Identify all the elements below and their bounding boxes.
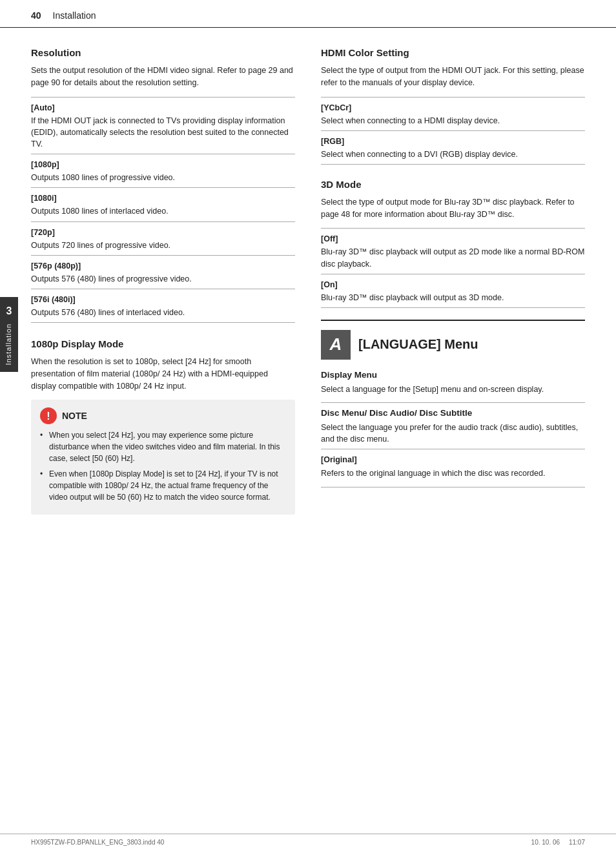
option-3d-off: [Off] Blu-ray 3D™ disc playback will out… [321, 228, 585, 273]
option-576i-label: [576i (480i)] [31, 294, 295, 305]
option-3d-off-label: [Off] [321, 233, 585, 245]
option-original-desc: Refers to the original language in which… [321, 467, 585, 479]
display-mode-desc: When the resolution is set to 1080p, sel… [31, 356, 295, 392]
option-ycbcr: [YCbCr] Select when connecting to a HDMI… [321, 97, 585, 130]
option-1080p-label: [1080p] [31, 159, 295, 170]
option-rgb: [RGB] Select when connecting to a DVI (R… [321, 130, 585, 165]
note-item-2: Even when [1080p Display Mode] is set to… [40, 468, 285, 503]
display-mode-heading: 1080p Display Mode [31, 337, 295, 351]
resolution-heading: Resolution [31, 46, 295, 60]
side-tab-label: Installation [4, 323, 14, 365]
option-1080i: [1080i] Outputs 1080 lines of interlaced… [31, 187, 295, 221]
bottom-right-text: 10. 10. 06 11:07 [531, 838, 585, 848]
option-auto-label: [Auto] [31, 102, 295, 114]
hdmi-color-heading: HDMI Color Setting [321, 46, 585, 60]
note-box: ! NOTE When you select [24 Hz], you may … [31, 400, 295, 515]
disc-menu-subsection: Disc Menu/ Disc Audio/ Disc Subtitle Sel… [321, 407, 585, 487]
page-number: 40 [31, 9, 41, 22]
option-ycbcr-desc: Select when connecting to a HDMI display… [321, 115, 585, 127]
mode-3d-section: 3D Mode Select the type of output mode f… [321, 178, 585, 308]
side-tab-number: 3 [6, 303, 12, 318]
option-576p-desc: Outputs 576 (480) lines of progressive v… [31, 273, 295, 285]
option-original-label: [Original] [321, 454, 585, 466]
option-1080p: [1080p] Outputs 1080 lines of progressiv… [31, 154, 295, 187]
option-720p: [720p] Outputs 720 lines of progressive … [31, 221, 295, 255]
disc-menu-heading: Disc Menu/ Disc Audio/ Disc Subtitle [321, 407, 585, 420]
mode-3d-desc: Select the type of output mode for Blu-r… [321, 196, 585, 221]
option-auto: [Auto] If the HDMI OUT jack is connected… [31, 97, 295, 154]
display-menu-desc: Select a language for the [Setup] menu a… [321, 384, 585, 395]
main-content: Resolution Sets the output resolution of… [0, 28, 616, 833]
language-menu-title: [LANGUAGE] Menu [358, 335, 478, 354]
page-section: Installation [53, 9, 96, 22]
resolution-section: Resolution Sets the output resolution of… [31, 46, 295, 323]
option-auto-desc: If the HDMI OUT jack is connected to TVs… [31, 115, 295, 150]
option-1080i-desc: Outputs 1080 lines of interlaced video. [31, 205, 295, 217]
bottom-date: 10. 10. 06 [531, 839, 560, 846]
option-576i: [576i (480i)] Outputs 576 (480) lines of… [31, 289, 295, 323]
note-icon: ! [40, 407, 57, 424]
disc-menu-desc: Select the language you prefer for the a… [321, 422, 585, 445]
option-720p-label: [720p] [31, 227, 295, 238]
option-1080p-desc: Outputs 1080 lines of progressive video. [31, 172, 295, 183]
option-576p: [576p (480p)] Outputs 576 (480) lines of… [31, 255, 295, 289]
option-3d-on-label: [On] [321, 279, 585, 291]
option-3d-on-desc: Blu-ray 3D™ disc playback will output as… [321, 292, 585, 303]
option-576i-desc: Outputs 576 (480) lines of interlaced vi… [31, 307, 295, 318]
option-3d-on: [On] Blu-ray 3D™ disc playback will outp… [321, 274, 585, 308]
option-3d-off-desc: Blu-ray 3D™ disc playback will output as… [321, 246, 585, 269]
hdmi-color-desc: Select the type of output from the HDMI … [321, 65, 585, 89]
side-tab: 3 Installation [0, 297, 18, 372]
note-item-1: When you select [24 Hz], you may experie… [40, 429, 285, 464]
display-menu-subsection: Display Menu Select a language for the [… [321, 369, 585, 396]
option-720p-desc: Outputs 720 lines of progressive video. [31, 240, 295, 251]
bottom-time: 11:07 [569, 839, 585, 846]
right-column: HDMI Color Setting Select the type of ou… [314, 46, 585, 833]
divider [321, 402, 585, 403]
note-list: When you select [24 Hz], you may experie… [40, 429, 285, 503]
option-576p-label: [576p (480p)] [31, 260, 295, 272]
option-ycbcr-label: [YCbCr] [321, 102, 585, 114]
display-mode-section: 1080p Display Mode When the resolution i… [31, 337, 295, 515]
display-menu-heading: Display Menu [321, 369, 585, 382]
option-original: [Original] Refers to the original langua… [321, 449, 585, 482]
language-header: A [LANGUAGE] Menu [321, 330, 585, 360]
resolution-desc: Sets the output resolution of the HDMI v… [31, 65, 295, 89]
note-header: ! NOTE [40, 407, 285, 424]
option-1080i-label: [1080i] [31, 192, 295, 204]
language-menu-section: A [LANGUAGE] Menu Display Menu Select a … [321, 320, 585, 487]
hdmi-color-section: HDMI Color Setting Select the type of ou… [321, 46, 585, 165]
option-rgb-desc: Select when connecting to a DVI (RGB) di… [321, 149, 585, 160]
page: 40 Installation 3 Installation Resolutio… [0, 0, 616, 851]
divider-bottom [321, 487, 585, 487]
top-bar: 40 Installation [0, 0, 616, 28]
option-rgb-label: [RGB] [321, 136, 585, 147]
left-column: Resolution Sets the output resolution of… [31, 46, 314, 833]
note-title: NOTE [62, 409, 87, 422]
mode-3d-heading: 3D Mode [321, 178, 585, 192]
bottom-left-text: HX995TZW-FD.BPANLLK_ENG_3803.indd 40 [31, 838, 164, 848]
language-icon: A [321, 330, 351, 360]
bottom-bar: HX995TZW-FD.BPANLLK_ENG_3803.indd 40 10.… [0, 834, 616, 852]
